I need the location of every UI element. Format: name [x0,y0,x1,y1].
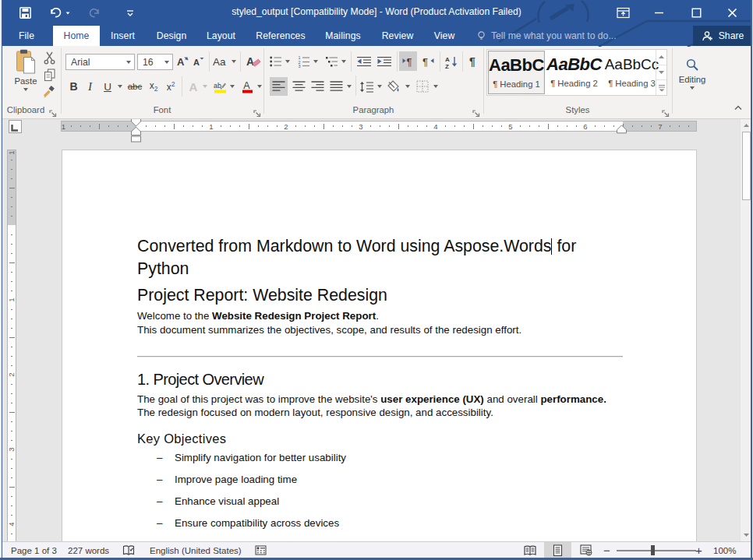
format-painter-button[interactable] [41,84,58,100]
underline-dropdown[interactable] [115,78,124,95]
maximize-button[interactable] [678,0,714,25]
grow-font-button[interactable]: A [175,53,190,70]
font-size-combo[interactable]: 16 [137,54,173,70]
cut-button[interactable] [41,50,58,65]
horizontal-ruler[interactable]: 11234567 [61,121,697,132]
close-button[interactable] [714,0,750,25]
font-dialog-launcher[interactable] [253,107,261,114]
increase-indent-button[interactable] [375,53,394,70]
tab-home[interactable]: Home [53,26,100,46]
clipboard-dialog-launcher[interactable] [49,107,57,114]
line-spacing-button[interactable] [358,77,375,96]
tab-layout[interactable]: Layout [207,26,235,46]
doc-heading1[interactable]: Project Report: Website Redesign [137,284,387,307]
zoom-slider-track[interactable] [617,550,696,551]
tab-file[interactable]: File [19,26,34,46]
page-count[interactable]: Page 1 of 3 [11,542,57,558]
align-center-button[interactable] [290,77,308,96]
tab-insert[interactable]: Insert [111,26,135,46]
text-effects-dropdown[interactable] [200,78,209,95]
macro-record-button[interactable] [255,542,267,558]
web-layout-button[interactable] [572,542,599,558]
numbering-button[interactable]: 123 [295,53,311,70]
paragraph-dialog-launcher[interactable] [472,107,480,114]
style-card-heading1[interactable]: AaBbC(¶ Heading 1 [488,51,545,94]
doc-paragraph[interactable]: The goal of this project was to improve … [137,393,606,419]
shading-dropdown[interactable] [403,77,412,96]
vertical-ruler[interactable]: 11234 [7,150,16,541]
ribbon-display-options-button[interactable] [605,0,641,25]
zoom-level[interactable]: 100% [713,542,736,558]
show-hide-pilcrow-button[interactable]: ¶ [465,53,480,70]
font-name-combo[interactable]: Arial [65,54,135,70]
highlight-dropdown[interactable] [228,78,236,95]
scroll-up-button[interactable] [741,119,751,131]
subscript-button[interactable]: x2 [146,78,161,95]
sort-button[interactable]: AZ [442,53,461,70]
font-color-button[interactable]: A [239,78,256,95]
tab-references[interactable]: References [256,26,305,46]
language-status[interactable]: English (United States) [150,542,242,558]
vertical-scrollbar[interactable] [740,119,751,541]
scrollbar-thumb[interactable] [742,132,751,200]
superscript-button[interactable]: x2 [163,78,179,95]
ltr-direction-button[interactable]: ¶ [399,51,417,71]
minimize-button[interactable] [641,0,677,25]
tab-design[interactable]: Design [157,26,187,46]
multilevel-list-button[interactable] [323,53,339,70]
align-left-button[interactable] [270,77,288,96]
align-right-button[interactable] [309,77,327,96]
styles-scroll-up[interactable] [656,50,666,65]
word-count[interactable]: 227 words [68,542,109,558]
clear-formatting-button[interactable]: A [244,53,263,70]
tab-stop-selector[interactable] [9,120,22,133]
read-mode-button[interactable] [516,542,543,558]
tab-view[interactable]: View [434,26,455,46]
right-indent-marker[interactable] [616,125,628,134]
bullets-dropdown[interactable] [283,53,292,70]
justify-button[interactable] [327,77,345,96]
tab-mailings[interactable]: Mailings [325,26,361,46]
document-page[interactable]: Converted from Markdown to Word using As… [62,150,697,541]
justify-dropdown[interactable] [345,77,353,96]
tab-review[interactable]: Review [382,26,414,46]
proofing-status[interactable] [122,542,135,558]
combo-dropdown[interactable] [161,61,172,64]
rtl-direction-button[interactable]: ¶ [419,51,437,71]
line-spacing-dropdown[interactable] [375,77,384,96]
highlight-button[interactable]: ab [211,78,228,95]
doc-title[interactable]: Converted from Markdown to Word using As… [137,235,624,280]
borders-dropdown[interactable] [431,77,440,96]
collapse-ribbon-button[interactable] [731,101,745,114]
styles-gallery-more[interactable] [656,79,666,95]
undo-dropdown[interactable] [65,0,75,26]
style-card-heading2[interactable]: AaBbC¶ Heading 2 [546,51,603,94]
zoom-in-button[interactable]: + [695,542,702,558]
style-card-heading3[interactable]: AaBbCc¶ Heading 3 [603,51,660,94]
copy-button[interactable] [41,67,58,83]
share-button[interactable]: Share [693,26,752,46]
undo-button[interactable] [45,0,65,26]
styles-scroll-down[interactable] [656,65,666,80]
bullets-button[interactable] [267,53,283,70]
tell-me-box[interactable]: Tell me what you want to do... [476,26,617,46]
underline-button[interactable]: U [101,78,115,95]
italic-button[interactable]: I [83,78,97,95]
bold-button[interactable]: B [67,78,80,95]
editing-button[interactable]: Editing [677,49,708,97]
borders-button[interactable] [414,77,431,96]
doc-paragraph[interactable]: Welcome to the Website Redesign Project … [137,309,521,336]
save-button[interactable] [17,0,33,26]
multilevel-list-dropdown[interactable] [339,53,348,70]
strikethrough-button[interactable]: abc [126,78,144,95]
print-layout-button[interactable] [544,542,571,558]
combo-dropdown[interactable] [122,61,134,64]
indent-markers[interactable] [129,119,143,143]
change-case-button[interactable]: Aa [212,53,237,70]
shading-button[interactable] [386,77,403,96]
zoom-out-button[interactable]: − [603,542,610,558]
doc-heading2[interactable]: 1. Project Overview [137,368,263,390]
shrink-font-button[interactable]: A [191,53,206,70]
scroll-down-button[interactable] [741,529,751,541]
redo-button[interactable] [84,0,104,26]
